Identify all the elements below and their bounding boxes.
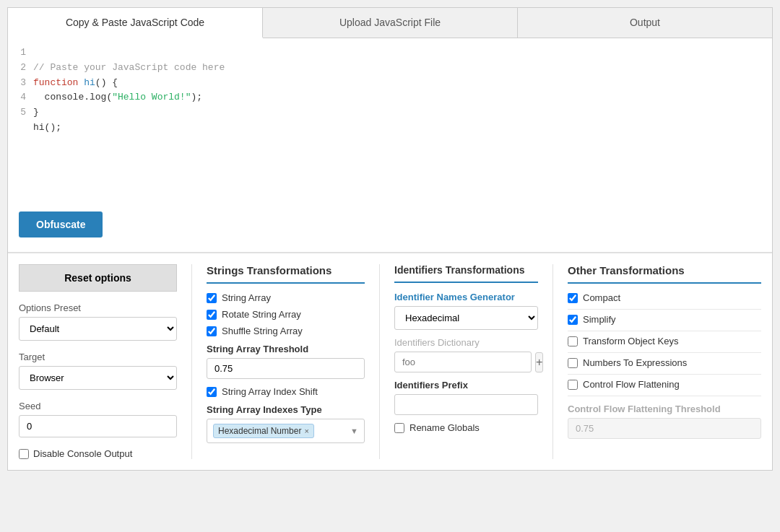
rotate-string-array-row: Rotate String Array: [207, 309, 365, 320]
indexes-type-label: String Array Indexes Type: [207, 404, 365, 415]
threshold-input[interactable]: [207, 358, 365, 379]
compact-row: Compact: [568, 292, 761, 303]
other-title: Other Transformations: [568, 264, 761, 284]
rotate-string-array-checkbox[interactable]: [207, 310, 217, 320]
hexadecimal-number-tag[interactable]: Hexadecimal Number ×: [213, 424, 314, 438]
cf-threshold-input[interactable]: [568, 418, 761, 439]
generator-label: Identifier Names Generator: [394, 292, 538, 302]
shuffle-string-array-label: Shuffle String Array: [222, 326, 303, 336]
numbers-to-expressions-row: Numbers To Expressions: [568, 357, 761, 368]
numbers-to-expressions-label: Numbers To Expressions: [583, 357, 687, 368]
identifiers-title: Identifiers Transformations: [394, 264, 538, 283]
tag-text: Hexadecimal Number: [218, 426, 301, 436]
dictionary-label: Identifiers Dictionary: [394, 337, 538, 348]
tag-close-button[interactable]: ×: [304, 427, 308, 435]
disable-console-row: Disable Console Output: [19, 448, 177, 459]
index-shift-checkbox[interactable]: [207, 387, 217, 397]
cf-threshold-label: Control Flow Flattening Threshold: [568, 404, 761, 414]
reset-options-button[interactable]: Reset options: [19, 264, 177, 292]
strings-title: Strings Transformations: [207, 264, 365, 284]
strings-column: Strings Transformations String Array Rot…: [192, 264, 380, 459]
left-column: Reset options Options Preset Default Low…: [19, 264, 192, 459]
options-section: Reset options Options Preset Default Low…: [8, 253, 772, 470]
line-numbers: 1 2 3 4 5: [8, 45, 33, 204]
string-array-row: String Array: [207, 292, 365, 303]
dictionary-input[interactable]: [394, 352, 532, 372]
generator-select-wrapper: Hexadecimal Mangled Mangled Shuffled Dic…: [394, 306, 538, 330]
options-preset-group: Options Preset Default Low Obfuscation M…: [19, 302, 177, 341]
seed-input[interactable]: [19, 415, 177, 437]
target-label: Target: [19, 352, 177, 362]
string-array-label: String Array: [222, 292, 271, 303]
transform-object-keys-label: Transform Object Keys: [583, 336, 678, 346]
target-group: Target Browser Node Browser No Eval: [19, 352, 177, 390]
tab-bar: Copy & Paste JavaScript Code Upload Java…: [8, 8, 772, 38]
disable-console-checkbox[interactable]: [19, 449, 29, 459]
numbers-to-expressions-checkbox[interactable]: [568, 358, 578, 368]
index-shift-label: String Array Index Shift: [222, 386, 318, 397]
shuffle-string-array-checkbox[interactable]: [207, 326, 217, 336]
control-flow-flattening-row: Control Flow Flattening: [568, 379, 761, 390]
options-preset-label: Options Preset: [19, 302, 177, 313]
shuffle-string-array-row: Shuffle String Array: [207, 326, 365, 336]
string-array-checkbox[interactable]: [207, 293, 217, 303]
other-column: Other Transformations Compact Simplify T…: [553, 264, 761, 459]
threshold-label: String Array Threshold: [207, 344, 365, 354]
control-flow-flattening-label: Control Flow Flattening: [583, 379, 680, 390]
target-select[interactable]: Browser Node Browser No Eval: [19, 366, 177, 390]
rotate-string-array-label: Rotate String Array: [222, 309, 301, 320]
seed-group: Seed: [19, 401, 177, 437]
options-preset-select[interactable]: Default Low Obfuscation Medium Obfuscati…: [19, 317, 177, 341]
tab-output[interactable]: Output: [518, 8, 772, 38]
code-content[interactable]: // Paste your JavaScript code here funct…: [33, 45, 765, 204]
compact-label: Compact: [583, 292, 620, 303]
disable-console-label: Disable Console Output: [33, 448, 132, 459]
identifiers-column: Identifiers Transformations Identifier N…: [380, 264, 553, 459]
seed-label: Seed: [19, 401, 177, 411]
rename-globals-checkbox[interactable]: [394, 423, 404, 433]
prefix-label: Identifiers Prefix: [394, 380, 538, 391]
obfuscate-button[interactable]: Obfuscate: [19, 212, 103, 237]
tab-copy-paste[interactable]: Copy & Paste JavaScript Code: [8, 8, 263, 38]
simplify-label: Simplify: [583, 314, 616, 325]
dictionary-input-row: +: [394, 352, 538, 372]
simplify-row: Simplify: [568, 314, 761, 325]
dropdown-arrow-icon: ▼: [350, 427, 358, 435]
indexes-type-select[interactable]: Hexadecimal Number × ▼: [207, 419, 365, 443]
code-editor[interactable]: 1 2 3 4 5 // Paste your JavaScript code …: [8, 45, 765, 204]
code-editor-area: 1 2 3 4 5 // Paste your JavaScript code …: [8, 38, 772, 253]
control-flow-flattening-checkbox[interactable]: [568, 380, 578, 390]
prefix-input[interactable]: [394, 394, 538, 415]
transform-object-keys-row: Transform Object Keys: [568, 336, 761, 346]
compact-checkbox[interactable]: [568, 293, 578, 303]
rename-globals-label: Rename Globals: [410, 422, 480, 433]
rename-globals-row: Rename Globals: [394, 422, 538, 433]
simplify-checkbox[interactable]: [568, 315, 578, 325]
tab-upload[interactable]: Upload JavaScript File: [263, 8, 518, 38]
transform-object-keys-checkbox[interactable]: [568, 336, 578, 346]
dictionary-add-button[interactable]: +: [535, 352, 543, 372]
index-shift-row: String Array Index Shift: [207, 386, 365, 397]
generator-select[interactable]: Hexadecimal Mangled Mangled Shuffled Dic…: [394, 306, 538, 330]
